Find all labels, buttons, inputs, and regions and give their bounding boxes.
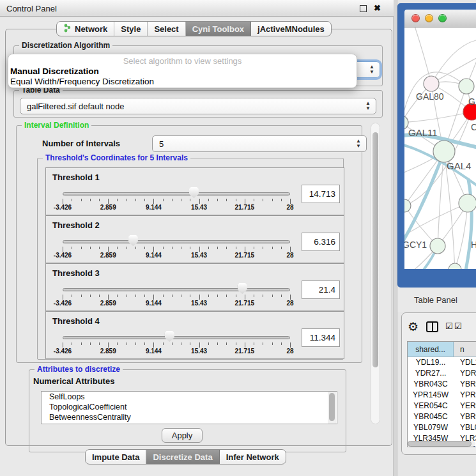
tab-label: Select <box>154 24 178 34</box>
tab-label: Style <box>121 24 141 34</box>
tab-content-frame: Discretization Algorithm ▲▼ Table Data g… <box>5 29 392 446</box>
attribute-item-selfloops[interactable]: SelfLoops <box>42 392 337 402</box>
gear-icon[interactable]: ⚙ <box>408 319 418 334</box>
threshold-label: Threshold 2 <box>52 220 100 230</box>
top-tab-bar: NetworkStyleSelectCyni ToolboxjActiveMNo… <box>56 21 332 36</box>
mac-close-icon[interactable] <box>411 14 420 22</box>
table-horizontal-scrollbar[interactable] <box>408 441 475 447</box>
threshold-value-field[interactable] <box>302 280 340 299</box>
tab-select[interactable]: Select <box>148 22 185 36</box>
slider-thumb[interactable] <box>128 235 138 246</box>
tab-label: Network <box>75 24 107 34</box>
tab-infer-network[interactable]: Infer Network <box>220 450 286 464</box>
attributes-list-scrollbar[interactable] <box>328 392 336 424</box>
checkbox-icon[interactable]: ☑ <box>454 321 462 331</box>
popup-item-equal-width-frequency-discretization[interactable]: Equal Width/Frequency Discretization <box>8 77 357 87</box>
screen: Control Panel ✖ Discretization Algorithm… <box>0 0 476 476</box>
number-of-intervals-combobox[interactable]: 5 ▲▼ <box>152 135 367 152</box>
threshold-value-field[interactable] <box>302 233 340 251</box>
slider-ticks <box>63 342 290 348</box>
numerical-attributes-label: Numerical Attributes <box>33 376 114 386</box>
tab-jactivemnodules[interactable]: jActiveMNodules <box>251 22 331 36</box>
slider-ticks <box>63 247 290 252</box>
slider-thumb[interactable] <box>189 187 199 198</box>
table-row[interactable]: YBR043CYBR0 <box>408 379 476 390</box>
slider-track[interactable] <box>63 240 290 243</box>
slider-track[interactable] <box>63 288 290 291</box>
numerical-attributes-list[interactable]: SelfLoopsTopologicalCoefficientBetweenne… <box>41 391 337 424</box>
bottom-tab-bar: Impute DataDiscretize DataInfer Network <box>85 449 286 464</box>
combo-stepper-icon: ▲▼ <box>356 139 361 149</box>
threshold-value-field[interactable] <box>302 185 340 203</box>
node-label-h: H <box>471 240 476 250</box>
table-row[interactable]: YBL079WYBL0 <box>408 422 476 433</box>
tab-label: jActiveMNodules <box>257 24 325 34</box>
table-panel-window: ⚙ ☑ ☑ shared... n YDL19...YDL1YDR27...YD… <box>401 312 476 455</box>
tab-discretize-data[interactable]: Discretize Data <box>146 450 219 464</box>
network-window-titlebar[interactable] <box>404 10 476 27</box>
network-edge <box>414 27 431 84</box>
tab-network[interactable]: Network <box>57 22 114 36</box>
cell-name: YDR2 <box>454 368 476 379</box>
network-node[interactable] <box>449 263 461 269</box>
scrollbar-thumb[interactable] <box>408 441 472 447</box>
float-window-icon[interactable] <box>360 5 367 12</box>
cell-shared-name: YBL079W <box>408 422 454 433</box>
table-row[interactable]: YPR145WYPR1 <box>408 390 476 401</box>
table-data-combobox[interactable]: galFiltered.sif default node ▲▼ <box>20 98 376 114</box>
network-node[interactable] <box>430 238 445 254</box>
tab-label: Discretize Data <box>153 452 212 462</box>
column-header-shared-name[interactable]: shared... <box>408 342 454 357</box>
split-columns-icon[interactable] <box>426 321 438 332</box>
apply-button[interactable]: Apply <box>162 428 203 443</box>
apply-button-label: Apply <box>172 431 193 440</box>
network-canvas[interactable]: GAL80GCGAL11GAL4GCY1HHAP2 <box>404 27 476 269</box>
network-edge-thick <box>465 180 472 269</box>
scrollbar-thumb[interactable] <box>372 132 378 367</box>
network-node[interactable] <box>424 76 439 91</box>
threshold-2-panel: Threshold 2-3.4262.8599.14415.4321.71528 <box>45 215 344 263</box>
network-node[interactable] <box>433 141 455 162</box>
tab-impute-data[interactable]: Impute Data <box>86 450 146 464</box>
tab-style[interactable]: Style <box>114 22 148 36</box>
cell-name: YBR0 <box>454 411 476 422</box>
combo-stepper-icon: ▲▼ <box>369 65 374 75</box>
network-icon <box>63 24 72 35</box>
algorithm-dropdown-popup: Select algorithm to view settings Manual… <box>8 54 357 88</box>
cell-name: YBR0 <box>454 379 476 390</box>
cell-shared-name: YER054C <box>408 401 454 411</box>
slider-track[interactable] <box>63 336 290 339</box>
node-label-g: G <box>468 96 475 107</box>
attribute-item-betweennesscentrality[interactable]: BetweennessCentrality <box>42 412 337 422</box>
cell-shared-name: YDR27... <box>408 368 454 379</box>
threshold-label: Threshold 1 <box>52 173 100 182</box>
network-node[interactable] <box>404 199 411 212</box>
group-title-attributes: Attributes to discretize <box>35 365 123 374</box>
network-node[interactable] <box>459 194 476 212</box>
column-header-name[interactable]: n <box>454 342 476 357</box>
slider-tick-labels: -3.4262.8599.14415.4321.71528 <box>63 204 290 211</box>
panel-scrollbar[interactable] <box>371 123 380 424</box>
tab-cyni-toolbox[interactable]: Cyni Toolbox <box>186 22 251 36</box>
threshold-value-field[interactable] <box>302 328 340 347</box>
table-row[interactable]: YER054CYER0 <box>408 401 476 411</box>
table-row[interactable]: YDR27...YDR2 <box>408 368 476 379</box>
table-row[interactable]: YDL19...YDL1 <box>408 357 476 368</box>
slider-track[interactable] <box>63 192 290 196</box>
slider-thumb[interactable] <box>238 283 247 294</box>
mac-minimize-icon[interactable] <box>425 14 433 22</box>
mac-zoom-icon[interactable] <box>438 14 447 22</box>
cell-name: YDL1 <box>454 357 476 368</box>
group-title-discretization-algorithm: Discretization Algorithm <box>19 41 112 50</box>
table-row[interactable]: YBR045CYBR0 <box>408 411 476 422</box>
popup-item-manual-discretization[interactable]: Manual Discretization <box>8 66 357 77</box>
attribute-item-topologicalcoefficient[interactable]: TopologicalCoefficient <box>42 402 337 412</box>
network-view-window: GAL80GCGAL11GAL4GCY1HHAP2 <box>397 3 476 288</box>
network-node[interactable] <box>459 79 474 94</box>
scrollbar-thumb[interactable] <box>329 393 335 421</box>
popup-placeholder-item[interactable]: Select algorithm to view settings <box>8 54 357 66</box>
slider-thumb[interactable] <box>165 331 174 342</box>
checkbox-icon[interactable]: ☑ <box>445 321 453 331</box>
close-icon[interactable]: ✖ <box>374 3 381 13</box>
threshold-1-panel: Threshold 1-3.4262.8599.14415.4321.71528 <box>45 167 344 215</box>
